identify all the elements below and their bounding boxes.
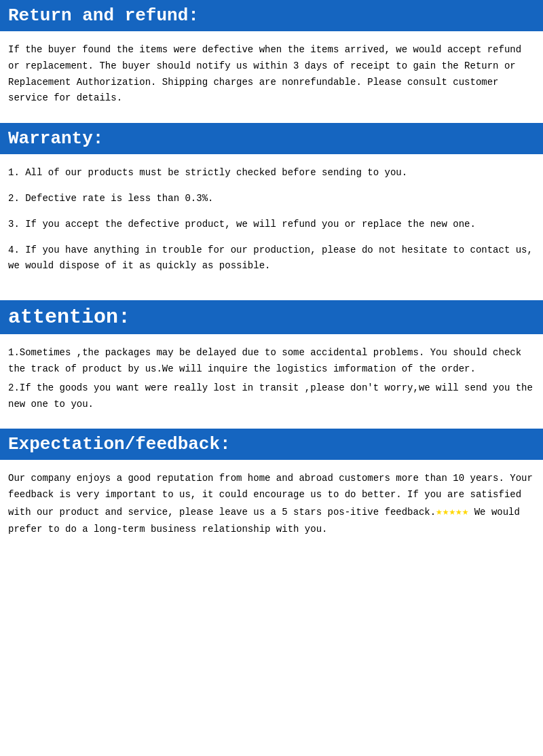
warranty-item-1: 1. All of our products must be strictly … — [8, 165, 535, 181]
return-refund-content: If the buyer found the items were defect… — [0, 31, 543, 123]
expectation-content: Our company enjoys a good reputation fro… — [0, 460, 543, 554]
attention-item-2: 2.If the goods you want were really lost… — [8, 380, 535, 413]
warranty-section: Warranty: 1. All of our products must be… — [0, 123, 543, 300]
warranty-header: Warranty: — [0, 123, 543, 154]
star-rating: ★★★★★ — [436, 506, 468, 518]
attention-content: 1.Sometimes ,the packages may be delayed… — [0, 334, 543, 429]
expectation-text: Our company enjoys a good reputation fro… — [8, 471, 535, 538]
warranty-content: 1. All of our products must be strictly … — [0, 154, 543, 300]
attention-section: attention: 1.Sometimes ,the packages may… — [0, 300, 543, 429]
warranty-item-4: 4. If you have anything in trouble for o… — [8, 242, 535, 275]
attention-header: attention: — [0, 300, 543, 334]
return-refund-text: If the buyer found the items were defect… — [8, 42, 535, 107]
return-refund-header: Return and refund: — [0, 0, 543, 31]
warranty-item-2: 2. Defective rate is less than 0.3%. — [8, 191, 535, 207]
expectation-section: Expectation/feedback: Our company enjoys… — [0, 429, 543, 554]
expectation-header: Expectation/feedback: — [0, 429, 543, 460]
return-refund-section: Return and refund: If the buyer found th… — [0, 0, 543, 123]
warranty-item-3: 3. If you accept the defective product, … — [8, 217, 535, 233]
attention-item-1: 1.Sometimes ,the packages may be delayed… — [8, 345, 535, 378]
